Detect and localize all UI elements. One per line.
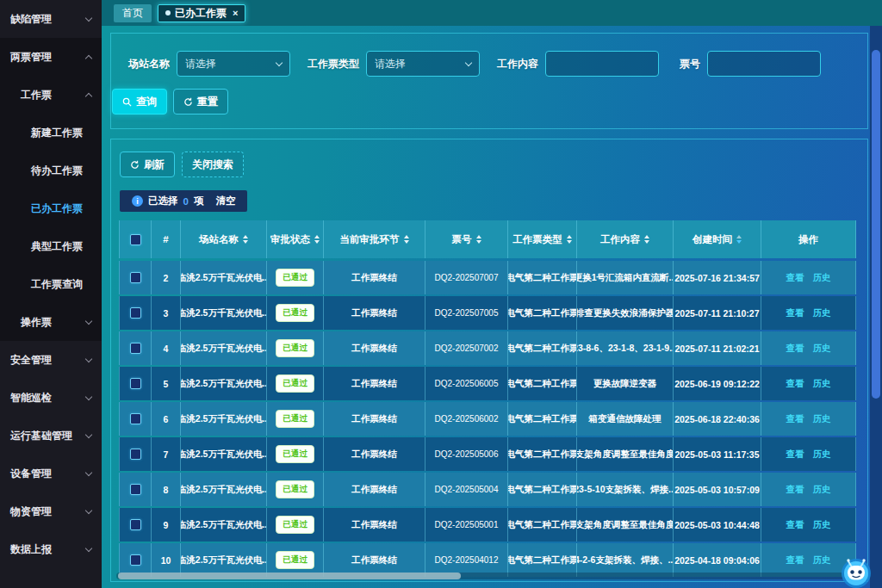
view-link[interactable]: 查看 [786,449,804,461]
history-link[interactable]: 历史 [813,554,831,566]
row-checkbox[interactable] [130,413,141,424]
query-button[interactable]: 查询 [112,89,167,115]
sort-icon[interactable] [476,235,481,244]
sidebar-item-safety-mgmt[interactable]: 安全管理 [0,341,102,379]
row-select-cell [119,331,152,365]
view-link[interactable]: 查看 [786,413,804,425]
sidebar-item-two-ticket-mgmt[interactable]: 两票管理 [0,38,102,76]
vertical-scrollbar-thumb[interactable] [872,50,880,399]
row-select-cell [119,508,152,542]
cell-content: 支架角度调整至最佳角度 [577,437,674,471]
row-select-cell [119,261,152,294]
cell-content: 排查更换失效浪涌保护器 [577,296,674,330]
sidebar-item-label: 运行基础管理 [10,429,72,443]
sort-icon[interactable] [314,235,320,244]
history-link[interactable]: 历史 [813,413,831,425]
row-checkbox[interactable] [130,272,141,283]
history-link[interactable]: 历史 [813,449,831,461]
ticket-type-select[interactable]: 请选择 [366,51,480,77]
tab-done-work-tickets[interactable]: 已办工作票 × [158,4,245,22]
station-name-label: 场站名称 [128,57,170,71]
sidebar-item-todo-work-ticket[interactable]: 待办工作票 [0,152,102,189]
row-select-cell [119,437,152,471]
row-checkbox[interactable] [130,307,141,319]
column-header-status[interactable]: 审批状态 [267,220,324,258]
clear-selection-link[interactable]: 清空 [215,195,235,207]
column-header-content[interactable]: 工作内容 [577,220,674,258]
refresh-button[interactable]: 刷新 [120,152,175,177]
view-link[interactable]: 查看 [786,378,804,390]
row-checkbox[interactable] [130,519,141,530]
tab-close-icon[interactable]: × [233,9,238,18]
history-link[interactable]: 历史 [813,307,831,319]
cell-station: 临洮2.5万千瓦光伏电... [181,402,267,436]
view-link[interactable]: 查看 [786,519,804,531]
cell-status: 已通过 [267,402,324,436]
cell-created: 2025-07-11 21:02:21 [674,331,761,365]
station-name-select[interactable]: 请选择 [177,51,290,77]
cell-step: 工作票终结 [324,261,425,294]
row-checkbox[interactable] [130,554,141,566]
ticket-no-input[interactable] [707,51,821,77]
column-header-created[interactable]: 创建时间 [674,220,761,258]
view-link[interactable]: 查看 [786,554,804,566]
ticket-type-select-value: 请选择 [375,57,406,71]
sidebar-item-work-ticket[interactable]: 工作票 [0,76,102,114]
view-link[interactable]: 查看 [786,307,804,319]
sort-icon[interactable] [404,235,409,244]
sidebar-item-work-ticket-query[interactable]: 工作票查询 [0,265,102,303]
close-search-button[interactable]: 关闭搜索 [182,152,244,177]
sort-icon[interactable] [644,235,649,244]
row-checkbox[interactable] [130,484,141,495]
column-header-ticket-no[interactable]: 票号 [425,220,508,258]
history-link[interactable]: 历史 [813,343,831,355]
assistant-robot-button[interactable] [837,552,875,588]
tab-home[interactable]: 首页 [114,4,152,22]
sidebar-item-data-report[interactable]: 数据上报 [0,530,102,568]
status-badge: 已通过 [276,480,314,498]
ticket-type-label: 工作票类型 [307,57,359,71]
sort-icon[interactable] [567,235,572,244]
selection-bar: i 已选择 0 项 清空 [120,190,247,212]
sidebar-item-equipment-mgmt[interactable]: 设备管理 [0,455,102,492]
column-header-type[interactable]: 工作票类型 [508,220,577,258]
sidebar-item-defect-mgmt[interactable]: 缺陷管理 [0,0,102,38]
refresh-button-label: 刷新 [144,158,165,172]
cell-actions: 查看历史 [761,402,856,436]
sidebar-item-typical-work-ticket[interactable]: 典型工作票 [0,227,102,265]
cell-step: 工作票终结 [324,508,425,542]
sidebar-item-new-work-ticket[interactable]: 新建工作票 [0,114,102,152]
status-badge: 已通过 [276,410,314,428]
chevron-down-icon [85,468,92,475]
view-link[interactable]: 查看 [786,343,804,355]
horizontal-scrollbar-thumb[interactable] [118,573,461,579]
work-content-input[interactable] [545,51,659,77]
sidebar-item-operation-ticket[interactable]: 操作票 [0,303,102,341]
vertical-scrollbar[interactable] [870,26,882,588]
row-checkbox[interactable] [130,343,141,354]
sidebar-item-material-mgmt[interactable]: 物资管理 [0,492,102,530]
sidebar-item-smart-inspection[interactable]: 智能巡检 [0,379,102,417]
refresh-icon [130,160,140,170]
horizontal-scrollbar[interactable] [116,573,862,579]
sidebar-item-label: 安全管理 [10,353,52,368]
row-checkbox[interactable] [130,449,141,460]
sort-icon[interactable] [736,235,742,244]
column-header-station[interactable]: 场站名称 [181,220,267,258]
cell-status: 已通过 [267,508,324,542]
history-link[interactable]: 历史 [813,272,831,284]
reset-button[interactable]: 重置 [173,89,228,115]
history-link[interactable]: 历史 [813,484,831,496]
row-checkbox[interactable] [130,378,141,389]
history-link[interactable]: 历史 [813,378,831,390]
column-header-label: 票号 [452,233,472,246]
view-link[interactable]: 查看 [786,272,804,284]
column-header-step[interactable]: 当前审批环节 [324,220,425,258]
filter-panel: 场站名称 请选择 工作票类型 请选择 工作内容 票号 [110,33,868,129]
select-all-checkbox[interactable] [130,234,141,245]
sort-icon[interactable] [243,235,248,244]
view-link[interactable]: 查看 [786,484,804,496]
sidebar-item-operation-base-mgmt[interactable]: 运行基础管理 [0,417,102,455]
history-link[interactable]: 历史 [813,519,831,531]
sidebar-item-done-work-ticket[interactable]: 已办工作票 [0,189,102,227]
